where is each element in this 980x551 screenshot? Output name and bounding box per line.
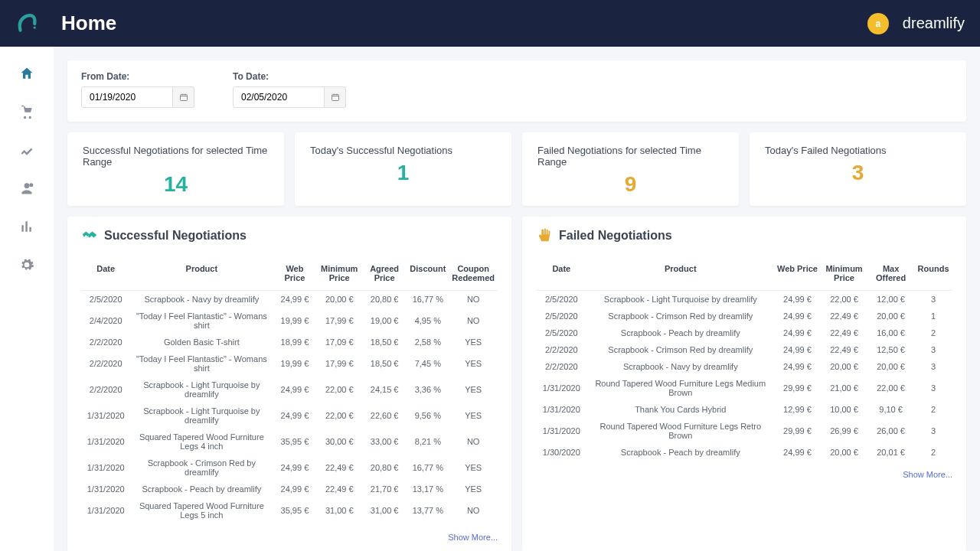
- date-filter-card: From Date: To Date:: [67, 60, 966, 122]
- failed-table: DateProductWeb PriceMinimumPriceMaxOffer…: [536, 259, 952, 461]
- calendar-icon: [331, 93, 340, 102]
- table-cell: Scrapbook - Peach by dreamlify: [587, 324, 774, 341]
- table-cell: 24,99 €: [774, 444, 821, 461]
- column-header: Product: [587, 259, 774, 291]
- table-cell: 12,00 €: [867, 291, 914, 308]
- table-cell: 2/5/2020: [536, 291, 587, 308]
- to-date-field: To Date:: [233, 71, 346, 108]
- table-cell: 24,99 €: [273, 377, 316, 403]
- bar-chart-icon[interactable]: [19, 219, 34, 234]
- sidebar: [0, 47, 54, 551]
- stat-value: 9: [537, 172, 724, 197]
- table-row: 1/31/2020Round Tapered Wood Furniture Le…: [536, 418, 952, 444]
- table-cell: 22,00 €: [867, 375, 914, 401]
- table-cell: 24,99 €: [273, 403, 316, 429]
- table-cell: 2/5/2020: [536, 324, 587, 341]
- stat-value: 14: [83, 172, 269, 197]
- cart-icon[interactable]: [19, 104, 34, 119]
- app-logo[interactable]: [8, 11, 46, 37]
- home-icon[interactable]: [19, 66, 34, 81]
- table-cell: 1: [914, 308, 952, 324]
- table-row: 2/2/2020Golden Basic T-shirt18,99 €17,09…: [81, 334, 498, 350]
- avatar[interactable]: a: [867, 13, 889, 34]
- table-cell: 20,01 €: [867, 444, 914, 461]
- table-cell: 24,99 €: [774, 324, 821, 341]
- table-row: 1/31/2020Squared Tapered Wood Furniture …: [81, 429, 498, 455]
- chart-line-icon[interactable]: [19, 142, 34, 158]
- table-cell: NO: [449, 429, 498, 455]
- table-cell: 24,99 €: [774, 291, 821, 308]
- page-title: Home: [61, 11, 116, 35]
- gear-icon[interactable]: [19, 257, 34, 272]
- table-cell: 22,49 €: [317, 481, 362, 497]
- show-more-link[interactable]: Show More...: [903, 470, 952, 479]
- table-cell: 22,49 €: [821, 341, 867, 358]
- users-icon[interactable]: [19, 181, 34, 196]
- table-cell: Squared Tapered Wood Furniture Legs 4 in…: [130, 429, 273, 455]
- table-cell: 7,45 %: [407, 350, 449, 377]
- main-content: From Date: To Date:: [54, 47, 980, 551]
- table-row: 1/31/2020Round Tapered Wood Furniture Le…: [536, 375, 952, 401]
- to-date-picker-button[interactable]: [325, 86, 346, 108]
- table-cell: YES: [449, 455, 498, 481]
- table-cell: 17,99 €: [317, 350, 362, 377]
- table-cell: 10,00 €: [821, 401, 867, 418]
- table-cell: 1/31/2020: [81, 429, 130, 455]
- column-header: Rounds: [914, 259, 952, 291]
- to-date-input[interactable]: [233, 86, 325, 108]
- table-cell: 1/31/2020: [81, 481, 130, 497]
- table-cell: 17,99 €: [317, 308, 362, 334]
- success-table: DateProductWeb PriceMinimumPriceAgreedPr…: [81, 259, 498, 523]
- table-row: 1/31/2020Scrapbook - Crimson Red by drea…: [81, 455, 498, 481]
- column-header: Discount: [407, 259, 449, 291]
- table-cell: 2/2/2020: [536, 358, 587, 375]
- table-cell: 26,00 €: [867, 418, 914, 444]
- stat-title: Successful Negotiations for selected Tim…: [83, 145, 269, 168]
- table-cell: YES: [449, 334, 498, 350]
- from-date-label: From Date:: [81, 71, 194, 82]
- table-row: 1/31/2020Thank You Cards Hybrid12,99 €10…: [536, 401, 952, 418]
- table-cell: "Today I Feel Flantastic" - Womans shirt: [130, 350, 273, 377]
- table-cell: 31,00 €: [317, 497, 362, 523]
- table-cell: Scrapbook - Peach by dreamlify: [587, 444, 774, 461]
- table-cell: 1/31/2020: [81, 403, 130, 429]
- table-cell: 22,00 €: [821, 291, 867, 308]
- table-cell: Scrapbook - Navy by dreamlify: [130, 291, 273, 308]
- table-row: 2/5/2020Scrapbook - Navy by dreamlify24,…: [81, 291, 498, 308]
- table-cell: 13,77 %: [407, 497, 449, 523]
- stat-value: 1: [310, 161, 496, 185]
- table-cell: 30,00 €: [317, 429, 362, 455]
- column-header: Date: [536, 259, 587, 291]
- table-cell: 22,49 €: [821, 324, 867, 341]
- svg-rect-1: [180, 95, 187, 101]
- table-cell: Squared Tapered Wood Furniture Legs 5 in…: [130, 497, 273, 523]
- stat-failed-today: Today's Failed Negotiations 3: [750, 132, 966, 206]
- stats-row: Successful Negotiations for selected Tim…: [67, 132, 966, 206]
- table-cell: 2/2/2020: [81, 377, 130, 403]
- table-cell: 20,00 €: [867, 308, 914, 324]
- table-cell: 19,99 €: [273, 308, 316, 334]
- from-date-picker-button[interactable]: [173, 86, 194, 108]
- table-cell: 12,99 €: [774, 401, 821, 418]
- stat-failed-range: Failed Negotiations for selected Time Ra…: [522, 132, 739, 206]
- table-cell: Scrapbook - Light Turquoise by dreamlify: [130, 403, 273, 429]
- success-table-card: Successful Negotiations DateProductWeb P…: [67, 217, 511, 551]
- table-row: 2/5/2020Scrapbook - Light Turquoise by d…: [536, 291, 952, 308]
- stat-success-today: Today's Successful Negotiations 1: [295, 132, 511, 206]
- show-more-link[interactable]: Show More...: [448, 533, 498, 542]
- table-cell: 22,49 €: [317, 455, 362, 481]
- table-cell: Scrapbook - Light Turquoise by dreamlify: [587, 291, 774, 308]
- table-cell: 1/31/2020: [81, 455, 130, 481]
- table-cell: 2: [914, 324, 952, 341]
- table-cell: 18,99 €: [273, 334, 316, 350]
- table-cell: Scrapbook - Navy by dreamlify: [587, 358, 774, 375]
- table-cell: 2/2/2020: [81, 334, 130, 350]
- table-cell: Golden Basic T-shirt: [130, 334, 273, 350]
- from-date-input[interactable]: [81, 86, 173, 108]
- topbar: Home a dreamlify: [0, 0, 980, 47]
- table-cell: 1/31/2020: [536, 401, 587, 418]
- table-cell: NO: [449, 291, 498, 308]
- table-row: 2/2/2020Scrapbook - Light Turquoise by d…: [81, 377, 498, 403]
- username[interactable]: dreamlify: [903, 15, 965, 32]
- table-cell: 16,77 %: [407, 455, 449, 481]
